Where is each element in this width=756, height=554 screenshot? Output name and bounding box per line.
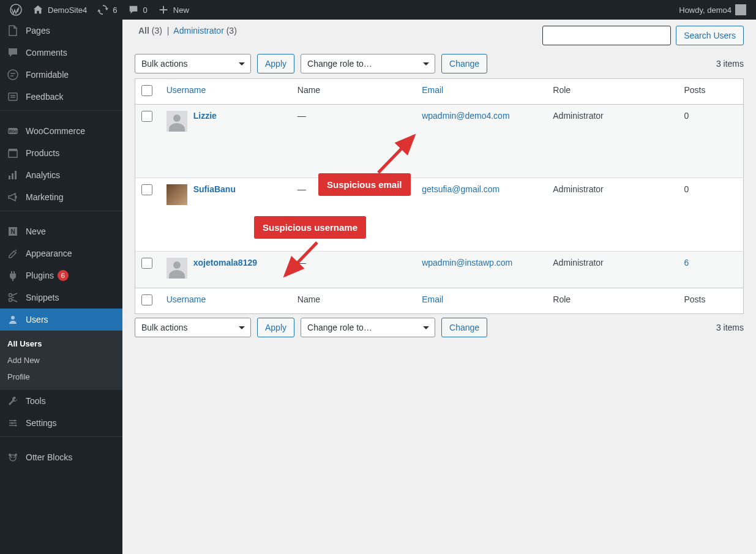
sidebar-item-analytics[interactable]: Analytics [0,164,122,186]
settings-icon [6,416,20,430]
submenu-all-users[interactable]: All Users [0,335,122,352]
sidebar-item-plugins[interactable]: Plugins6 [0,264,122,286]
change-role-select[interactable]: Change role to… [301,54,435,73]
svg-point-19 [9,454,11,456]
site-name: DemoSite4 [48,6,87,15]
sidebar-item-label: Products [26,148,59,158]
sidebar-item-settings[interactable]: Settings [0,412,122,434]
row-checkbox[interactable] [141,184,152,195]
email-link[interactable]: wpadmin@demo4.com [422,111,509,121]
main-content: Search Users All (3) | Administrator (3)… [122,20,756,554]
sidebar-item-neve[interactable]: NNeve [0,220,122,242]
products-icon [6,146,20,160]
sidebar-item-otter-blocks[interactable]: Otter Blocks [0,446,122,468]
sidebar-item-label: Appearance [26,249,72,258]
email-link[interactable]: getsufia@gmail.com [422,184,500,194]
sidebar-item-pages[interactable]: Pages [0,20,122,42]
arrow-username [282,240,324,285]
col-email[interactable]: Email [422,85,443,95]
comments-link[interactable]: 0 [122,0,152,20]
posts-link[interactable]: 6 [684,258,689,268]
role-cell: Administrator [547,178,678,252]
search-input[interactable] [542,26,671,45]
sidebar-item-snippets[interactable]: Snippets [0,286,122,309]
row-checkbox[interactable] [141,111,152,122]
annotation-suspicious-username: Suspicious username [254,216,366,239]
formidable-icon [6,68,20,81]
tablenav-top: Bulk actions Apply Change role to… Chang… [135,54,744,73]
sidebar-item-woocommerce[interactable]: WooWooCommerce [0,120,122,142]
plugins-icon [6,269,20,282]
sidebar-item-feedback[interactable]: Feedback [0,86,122,108]
svg-point-21 [11,457,12,458]
annotation-suspicious-email: Suspicious email [318,173,411,196]
sidebar-item-appearance[interactable]: Appearance [0,242,122,264]
username-link[interactable]: xojetomala8129 [193,258,257,268]
change-button-bottom[interactable]: Change [441,318,487,337]
sidebar-item-tools[interactable]: Tools [0,390,122,412]
select-all-top[interactable] [141,85,152,96]
sidebar-item-label: Comments [26,48,67,58]
email-link[interactable]: wpadmin@instawp.com [422,258,512,268]
updates-link[interactable]: 6 [92,0,122,20]
avatar [167,258,187,279]
col-username[interactable]: Username [167,85,206,95]
submenu-add-new[interactable]: Add New [0,352,122,369]
username-link[interactable]: Lizzie [193,111,217,121]
col-role: Role [547,79,678,105]
svg-point-14 [11,316,15,320]
sidebar-item-products[interactable]: Products [0,142,122,164]
posts-count: 0 [684,111,689,121]
svg-line-24 [285,242,317,275]
wp-logo[interactable] [5,0,27,20]
sidebar-item-label: Settings [26,418,57,428]
filter-all[interactable]: All (3) [138,26,162,36]
site-name-link[interactable]: DemoSite4 [27,0,92,20]
bulk-actions-select-bottom[interactable]: Bulk actions [135,318,251,337]
submenu-profile[interactable]: Profile [0,369,122,385]
username-link[interactable]: SufiaBanu [193,184,236,194]
table-row: SufiaBanu — getsufia@gmail.com Administr… [135,178,744,252]
change-role-select-bottom[interactable]: Change role to… [301,318,435,337]
sidebar-item-label: Analytics [26,170,60,180]
col-email-foot[interactable]: Email [422,294,443,304]
page-icon [6,24,20,37]
apply-button-bottom[interactable]: Apply [257,318,294,337]
feedback-icon [6,90,20,103]
svg-text:N: N [10,228,15,235]
apply-button-top[interactable]: Apply [257,54,294,73]
svg-rect-6 [9,149,17,151]
tablenav-bottom: Bulk actions Apply Change role to… Chang… [135,318,744,337]
users-icon [6,313,20,326]
col-name: Name [291,79,416,105]
avatar [167,184,187,205]
sidebar-item-label: Tools [26,396,46,406]
row-checkbox[interactable] [141,258,152,269]
col-username-foot[interactable]: Username [167,294,206,304]
change-button-top[interactable]: Change [441,54,487,73]
items-count-top: 3 items [716,59,744,69]
svg-point-15 [14,420,16,422]
search-users-button[interactable]: Search Users [676,26,744,45]
bulk-actions-select[interactable]: Bulk actions [135,54,251,73]
tools-icon [6,394,20,408]
sidebar-item-marketing[interactable]: Marketing [0,186,122,208]
howdy-link[interactable]: Howdy, demo4 [674,0,751,20]
arrow-email [378,132,421,177]
search-box: Search Users [542,26,744,45]
users-table: Username Name Email Role Posts Lizzie — … [135,78,744,314]
avatar [167,111,187,132]
filter-administrator[interactable]: Administrator (3) [173,26,236,36]
comment-icon [6,46,20,59]
sidebar-item-users[interactable]: Users [0,309,122,331]
sidebar-item-comments[interactable]: Comments [0,42,122,64]
wordpress-icon [10,4,22,16]
svg-point-12 [9,299,12,302]
avatar [735,4,746,15]
analytics-icon [6,168,20,182]
sidebar-item-formidable[interactable]: Formidable [0,64,122,86]
admin-menu: PagesCommentsFormidableFeedbackWooWooCom… [0,20,122,554]
select-all-bottom[interactable] [141,294,152,305]
new-link[interactable]: New [152,0,194,20]
role-cell: Administrator [547,105,678,178]
